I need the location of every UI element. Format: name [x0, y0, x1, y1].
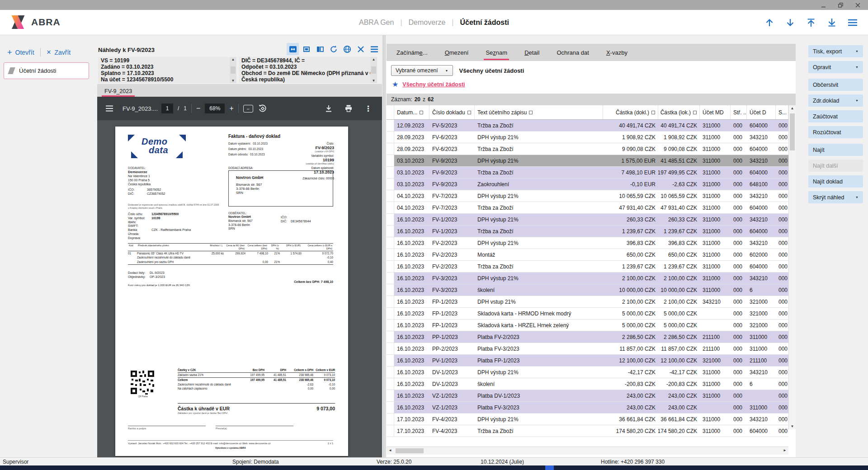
- breadcrumb-item[interactable]: Účetní žádosti: [460, 19, 509, 27]
- scroll-down-icon[interactable]: ▼: [372, 79, 376, 83]
- close-button[interactable]: [854, 2, 861, 8]
- table-row[interactable]: 17.10.2023FV-4/2023Tržba za Zboží174 580…: [387, 425, 788, 437]
- close-preview-icon[interactable]: [354, 43, 367, 55]
- table-row[interactable]: 04.10.2023FV-7/2023Tržba za Zboží47 931,…: [387, 202, 788, 214]
- table-row[interactable]: 28.09.2023FV-6/2023DPH výstup 21%1 908,9…: [387, 132, 788, 143]
- scroll-thumb[interactable]: [790, 113, 795, 150]
- rotate-icon[interactable]: [258, 103, 268, 113]
- action-button-2[interactable]: Občerstvit: [808, 79, 863, 91]
- table-row[interactable]: 16.10.2023VZ-1/2023Platba DV-1/2023243,0…: [387, 390, 788, 402]
- split-pane-icon[interactable]: [314, 43, 326, 55]
- zoom-level[interactable]: 68%: [205, 103, 225, 113]
- column-filter-icon[interactable]: [467, 111, 471, 114]
- tab-1[interactable]: Omezení: [439, 44, 474, 61]
- column-header-doc-number[interactable]: Číslo dokladu: [429, 105, 475, 119]
- tab-3[interactable]: Detail: [519, 44, 545, 61]
- scroll-thumb[interactable]: [396, 448, 424, 453]
- download-icon[interactable]: [325, 104, 333, 113]
- column-filter-icon[interactable]: [420, 111, 423, 114]
- restore-button[interactable]: [837, 2, 844, 8]
- table-row[interactable]: 16.10.2023FV-3/2023školení10 000,00 CZK1…: [387, 284, 788, 296]
- more-options-icon[interactable]: ⋮: [364, 104, 372, 113]
- column-header-amount-local[interactable]: Částka (lok.): [658, 105, 700, 119]
- minimize-button[interactable]: [820, 2, 826, 8]
- column-header-center[interactable]: Stř. ...: [731, 105, 747, 119]
- table-row[interactable]: 16.10.2023FV-1/2023Tržba za Zboží1 239,6…: [387, 226, 788, 237]
- table-row[interactable]: 16.10.2023FP-1/2023Skladová karta - HRZE…: [387, 320, 788, 331]
- page-number-input[interactable]: 1: [161, 103, 173, 113]
- table-row[interactable]: 03.10.2023FV-9/2023Zaokrouhlení-0,10 EUR…: [387, 179, 788, 190]
- vertical-scrollbar[interactable]: ▲ ▼: [788, 105, 796, 429]
- table-row[interactable]: 16.10.2023DV-1/2023školení-200,83 CZK-20…: [387, 378, 788, 390]
- arrow-to-top-icon[interactable]: [806, 17, 816, 28]
- fit-page-icon[interactable]: ↔: [243, 105, 253, 113]
- table-row[interactable]: 16.10.2023FV-1/2023DPH výstup 21%260,33 …: [387, 214, 788, 226]
- tab-2[interactable]: Seznam: [480, 44, 513, 61]
- action-button-3[interactable]: Zdr.doklad▼: [808, 94, 863, 107]
- favorite-link[interactable]: Všechny účetní žádosti: [402, 81, 465, 88]
- scroll-up-icon[interactable]: ▲: [372, 57, 376, 61]
- column-filter-icon[interactable]: [693, 111, 697, 114]
- action-button-1[interactable]: Opravit▼: [808, 61, 863, 73]
- table-row[interactable]: 16.10.2023FP-1/2023DPH vstup 21%2 100,00…: [387, 296, 788, 308]
- column-header-entry-text[interactable]: Text účetního zápisu: [475, 105, 603, 119]
- table-row[interactable]: 16.10.2023FV-2/2023Tržba za Zboží1 239,6…: [387, 261, 788, 273]
- pdf-canvas[interactable]: Demodata Faktura - daňový doklad Datum v…: [97, 120, 382, 457]
- scroll-right-icon[interactable]: ►: [783, 448, 787, 452]
- table-row[interactable]: 16.10.2023PP-1/2023Platba FV-2/20232 286…: [387, 331, 788, 343]
- scroll-up-icon[interactable]: ▲: [789, 106, 796, 110]
- action-button-5[interactable]: Rozúčtovat: [808, 126, 863, 138]
- preview-menu-icon[interactable]: [368, 43, 380, 55]
- breadcrumb-item[interactable]: ABRA Gen: [359, 19, 394, 27]
- globe-icon[interactable]: [341, 43, 353, 55]
- column-header-account-d[interactable]: Účet D: [747, 105, 776, 119]
- column-header-amount-doc[interactable]: Částka (dokl.): [603, 105, 658, 119]
- action-button-9[interactable]: Skrýt náhled▼: [808, 191, 863, 203]
- scroll-left-icon[interactable]: ◄: [388, 448, 392, 452]
- column-filter-icon[interactable]: [651, 111, 655, 114]
- info-scrollbar[interactable]: ▲▼: [370, 57, 377, 83]
- scroll-down-icon[interactable]: ▼: [789, 424, 796, 428]
- table-row[interactable]: 16.10.2023VZ-1/2023Platba FV-3/2023243,0…: [387, 402, 788, 414]
- scroll-thumb[interactable]: [231, 66, 236, 74]
- table-row[interactable]: 16.10.2023PV-1/2023Platba FP-1/202312 10…: [387, 355, 788, 367]
- arrow-down-icon[interactable]: [785, 17, 796, 28]
- arrow-to-bottom-icon[interactable]: [826, 17, 837, 28]
- tab-5[interactable]: X-vazby: [601, 44, 633, 61]
- column-header-status[interactable]: S...: [776, 105, 788, 119]
- close-tab-button[interactable]: ✕Zavřít: [47, 49, 71, 56]
- table-row[interactable]: 04.10.2023FV-7/2023DPH výstup 21%10 065,…: [387, 190, 788, 202]
- open-button[interactable]: +Otevřít: [7, 49, 34, 56]
- refresh-icon[interactable]: [327, 43, 340, 55]
- table-row[interactable]: 16.10.2023PP-2/2023Platba FV-3/202311 85…: [387, 343, 788, 355]
- scroll-thumb[interactable]: [371, 66, 376, 74]
- table-row[interactable]: 28.09.2023FV-6/2023Tržba za Zboží9 090,0…: [387, 143, 788, 155]
- table-row[interactable]: 16.10.2023FV-2/2023Montáž650,00 CZK650,0…: [387, 249, 788, 261]
- fit-width-icon[interactable]: [287, 43, 299, 55]
- column-header-date[interactable]: Datum...: [394, 105, 429, 119]
- action-button-4[interactable]: Zaúčtovat: [808, 110, 863, 122]
- table-row[interactable]: 12.09.2023FV-5/2023Tržba za Zboží40 491,…: [387, 120, 788, 132]
- panel-splitter[interactable]: [383, 35, 385, 457]
- table-row[interactable]: 03.10.2023FV-9/2023Tržba za Zboží7 498,1…: [387, 167, 788, 179]
- scroll-down-icon[interactable]: ▼: [231, 79, 235, 83]
- taskbar-app-indicator[interactable]: [545, 465, 554, 470]
- print-icon[interactable]: [344, 104, 353, 113]
- arrow-up-icon[interactable]: [764, 17, 775, 28]
- table-row[interactable]: 16.10.2023FV-2/2023DPH výstup 21%396,83 …: [387, 237, 788, 249]
- table-row[interactable]: 17.10.2023FV-4/2023DPH výstup 21%36 661,…: [387, 414, 788, 425]
- column-filter-icon[interactable]: [529, 111, 533, 114]
- preview-doc-tab[interactable]: FV-9_2023: [102, 88, 135, 97]
- action-button-6[interactable]: Najít: [808, 144, 863, 156]
- menu-icon[interactable]: [847, 17, 858, 28]
- table-row[interactable]: 16.10.2023FP-1/2023Skladová karta - HRMO…: [387, 308, 788, 320]
- tab-0[interactable]: Začínáme...: [391, 44, 433, 61]
- pdf-menu-icon[interactable]: [105, 105, 113, 112]
- table-row[interactable]: 16.10.2023DV-1/2023DPH výstup 21%-42,17 …: [387, 367, 788, 378]
- restriction-dropdown[interactable]: Vybrané omezení ▼: [391, 65, 453, 76]
- zoom-in-icon[interactable]: +: [229, 104, 233, 113]
- action-button-8[interactable]: Najít doklad: [808, 175, 863, 188]
- horizontal-scrollbar[interactable]: ◄ ►: [387, 446, 788, 455]
- table-row[interactable]: 16.10.2023FV-3/2023DPH výstup 21%2 100,0…: [387, 273, 788, 284]
- info-scrollbar[interactable]: ▲▼: [230, 57, 236, 83]
